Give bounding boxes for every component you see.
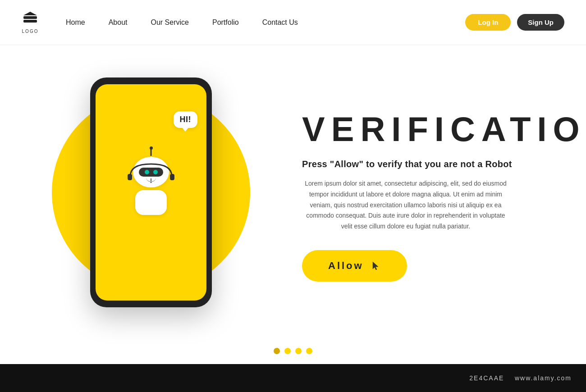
dot-4[interactable] [306,348,312,354]
pagination-dots [0,340,586,364]
footer-brand: 2E4CAAE [469,374,504,382]
dot-3[interactable] [295,348,302,354]
nav-contact-us[interactable]: Contact Us [262,18,298,27]
nav-portfolio[interactable]: Portfolio [212,18,239,27]
robot-eye-left [145,170,149,174]
navbar: LOGO Home About Our Service Portfolio Co… [0,0,586,45]
robot-antenna [151,149,152,156]
robot-head [133,157,169,187]
nav-links: Home About Our Service Portfolio Contact… [66,18,465,27]
left-section: HI! [27,66,275,319]
dot-1[interactable] [274,348,280,354]
speech-bubble-text: HI! [180,115,192,124]
allow-button[interactable]: Allow [302,250,407,282]
page-title: VERIFICATION [302,112,586,146]
robot-illustration [128,157,174,228]
footer-watermark: 2E4CAAE www.alamy.com [469,374,572,382]
cursor-icon [371,261,381,271]
svg-rect-0 [23,16,37,19]
robot-eye-right [153,170,158,174]
verification-subtitle: Press "Allow" to verify that you are not… [302,159,512,169]
verification-description: Lorem ipsum dolor sit amet, consectetur … [302,178,509,232]
robot-eyes [139,168,163,177]
robot-body [135,190,167,215]
svg-point-6 [150,182,152,183]
footer: 2E4CAAE www.alamy.com [0,364,586,392]
footer-site: www.alamy.com [515,374,572,382]
right-section: VERIFICATION Press "Allow" to verify tha… [275,103,586,282]
nav-home[interactable]: Home [66,18,85,27]
robot-arm-right [165,210,174,228]
svg-marker-7 [373,262,378,270]
logo-icon [22,11,39,28]
logo-area: LOGO [22,11,39,34]
svg-rect-1 [23,20,37,23]
nav-about[interactable]: About [109,18,128,27]
login-button[interactable]: Log In [465,14,511,31]
logo-text: LOGO [22,29,39,34]
phone-screen: HI! [96,84,206,301]
main-content: HI! [0,45,586,340]
signup-button[interactable]: Sign Up [517,14,564,31]
allow-button-label: Allow [328,260,364,272]
svg-marker-2 [23,12,37,15]
svg-rect-4 [170,174,174,180]
dot-2[interactable] [284,348,291,354]
nav-our-service[interactable]: Our Service [151,18,189,27]
speech-bubble: HI! [174,111,198,128]
phone-illustration: HI! [90,77,212,307]
svg-rect-3 [128,174,132,180]
nav-actions: Log In Sign Up [465,14,564,31]
robot-arm-left [128,210,137,228]
